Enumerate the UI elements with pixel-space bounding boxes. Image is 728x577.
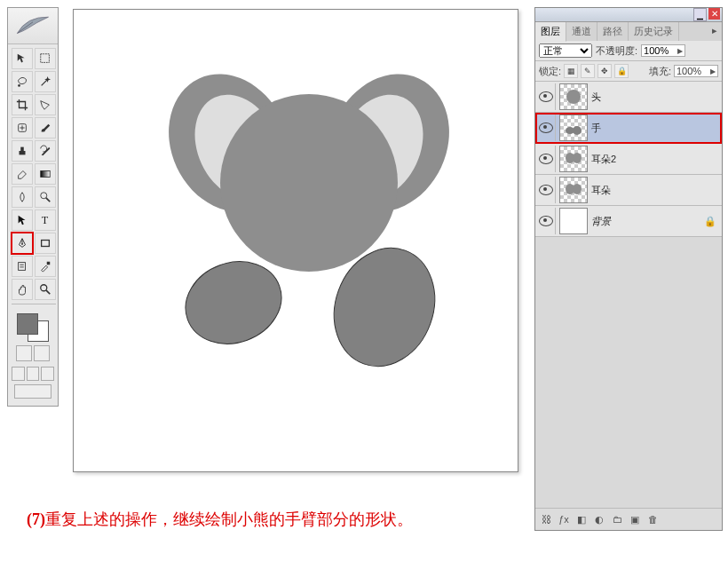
fill-input[interactable]: 100%▶ [674, 65, 718, 77]
clone-stamp-tool[interactable] [12, 140, 33, 162]
blend-mode-select[interactable]: 正常 [539, 43, 592, 58]
screen-mode-full[interactable] [41, 367, 54, 381]
svg-point-2 [18, 84, 20, 87]
tab-paths[interactable]: 路径 [597, 22, 629, 41]
panel-titlebar[interactable]: ▁ ✕ [535, 8, 722, 22]
svg-rect-1 [41, 54, 50, 63]
layer-name[interactable]: 耳朵 [591, 184, 720, 197]
layer-style-icon[interactable]: ƒx [557, 512, 571, 526]
app-logo-feather-icon [13, 13, 52, 38]
eyedropper-tool[interactable] [35, 256, 56, 277]
notes-tool[interactable] [12, 256, 33, 277]
quickmask-toggle[interactable] [16, 345, 32, 361]
layer-name[interactable]: 背景 [591, 215, 704, 228]
hand-tool[interactable] [12, 279, 33, 300]
visibility-toggle[interactable] [537, 208, 556, 234]
panel-tabs: 图层 通道 路径 历史记录 ▸ [535, 22, 722, 41]
pen-tool[interactable] [12, 233, 33, 254]
layer-thumb[interactable] [559, 208, 588, 234]
screen-mode-row [8, 365, 58, 383]
layer-thumb[interactable] [559, 115, 588, 141]
foreground-color-swatch[interactable] [17, 313, 38, 335]
lasso-tool[interactable] [12, 71, 33, 92]
rectangle-shape-tool[interactable] [35, 233, 56, 254]
opacity-label: 不透明度: [596, 44, 637, 58]
tab-layers[interactable]: 图层 [535, 22, 566, 42]
healing-brush-tool[interactable] [12, 117, 33, 138]
type-tool[interactable]: T [35, 209, 56, 231]
opacity-input[interactable]: 100%▶ [641, 44, 685, 57]
layer-mask-icon[interactable]: ◧ [574, 512, 589, 526]
slice-tool[interactable] [35, 94, 56, 115]
jump-to-app-icon[interactable] [14, 384, 51, 399]
document-canvas[interactable] [73, 9, 518, 472]
tool-grid: T [8, 44, 58, 310]
layer-thumb[interactable] [559, 83, 588, 110]
layer-name[interactable]: 手 [591, 122, 720, 135]
screenmode-toggle[interactable] [34, 345, 50, 361]
toolbox: T [7, 7, 59, 407]
tab-channels[interactable]: 通道 [566, 22, 597, 41]
zoom-tool[interactable] [35, 279, 56, 300]
layer-name[interactable]: 头 [591, 91, 720, 104]
delete-layer-icon[interactable]: 🗑 [645, 512, 660, 526]
eraser-tool[interactable] [12, 163, 33, 185]
visibility-toggle[interactable] [537, 146, 556, 172]
screen-mode-standard[interactable] [12, 367, 25, 381]
layer-row[interactable]: 背景 🔒 [535, 206, 722, 237]
lock-all-icon[interactable]: 🔒 [614, 64, 629, 78]
path-select-tool[interactable] [12, 209, 33, 231]
svg-point-20 [41, 285, 47, 291]
screen-mode-full-menu[interactable] [27, 367, 40, 381]
visibility-toggle[interactable] [537, 115, 556, 141]
adjustment-layer-icon[interactable]: ◐ [592, 512, 606, 526]
visibility-toggle[interactable] [537, 177, 556, 203]
fill-label: 填充: [649, 65, 671, 78]
link-layers-icon[interactable]: ⛓ [539, 512, 553, 526]
lock-move-icon[interactable]: ✥ [597, 64, 612, 78]
layer-row[interactable]: 耳朵2 [535, 144, 722, 175]
blur-tool[interactable] [12, 186, 33, 208]
layer-row[interactable]: 头 [535, 82, 722, 113]
lock-transparency-icon[interactable]: ▦ [564, 64, 578, 78]
fg-bg-swatch[interactable] [17, 313, 49, 342]
svg-rect-8 [20, 147, 24, 151]
new-layer-icon[interactable]: ▣ [628, 512, 642, 526]
layer-thumb[interactable] [559, 177, 588, 203]
separator [12, 304, 56, 304]
layer-name[interactable]: 耳朵2 [591, 153, 720, 166]
lock-paint-icon[interactable]: ✎ [581, 64, 595, 78]
svg-text:T: T [42, 214, 49, 226]
brush-tool[interactable] [35, 117, 56, 138]
layer-list: 头 手 耳朵2 耳朵 背景 🔒 [535, 82, 722, 508]
svg-point-26 [220, 94, 398, 272]
eye-icon [539, 185, 553, 195]
gradient-tool[interactable] [35, 163, 56, 185]
panel-close-icon[interactable]: ✕ [708, 8, 720, 20]
eye-icon [539, 91, 553, 102]
step-number: (7) [27, 510, 45, 528]
svg-point-31 [573, 126, 582, 135]
rect-marquee-tool[interactable] [35, 48, 56, 69]
crop-tool[interactable] [12, 94, 33, 115]
instruction-caption: (7)重复上述的操作，继续绘制小熊的手臂部分的形状。 [27, 509, 413, 530]
dodge-tool[interactable] [35, 186, 56, 208]
layer-row[interactable]: 耳朵 [535, 175, 722, 206]
panel-menu-icon[interactable]: ▸ [708, 22, 722, 41]
layers-panel: ▁ ✕ 图层 通道 路径 历史记录 ▸ 正常 不透明度: 100%▶ 锁定: ▦… [534, 7, 723, 531]
group-icon[interactable]: 🗀 [610, 512, 624, 526]
jump-row [8, 383, 58, 400]
artwork [74, 10, 518, 471]
history-brush-tool[interactable] [35, 140, 56, 162]
svg-rect-19 [47, 262, 51, 265]
layer-thumb[interactable] [559, 146, 588, 172]
layer-row[interactable]: 手 [535, 113, 722, 144]
tab-history[interactable]: 历史记录 [629, 22, 679, 41]
toolbox-header [8, 8, 58, 44]
magic-wand-tool[interactable] [35, 71, 56, 92]
visibility-toggle[interactable] [537, 83, 556, 110]
panel-minimize-icon[interactable]: ▁ [693, 8, 707, 21]
color-swatches [8, 310, 58, 365]
eye-icon [539, 123, 553, 133]
move-tool[interactable] [12, 48, 33, 69]
